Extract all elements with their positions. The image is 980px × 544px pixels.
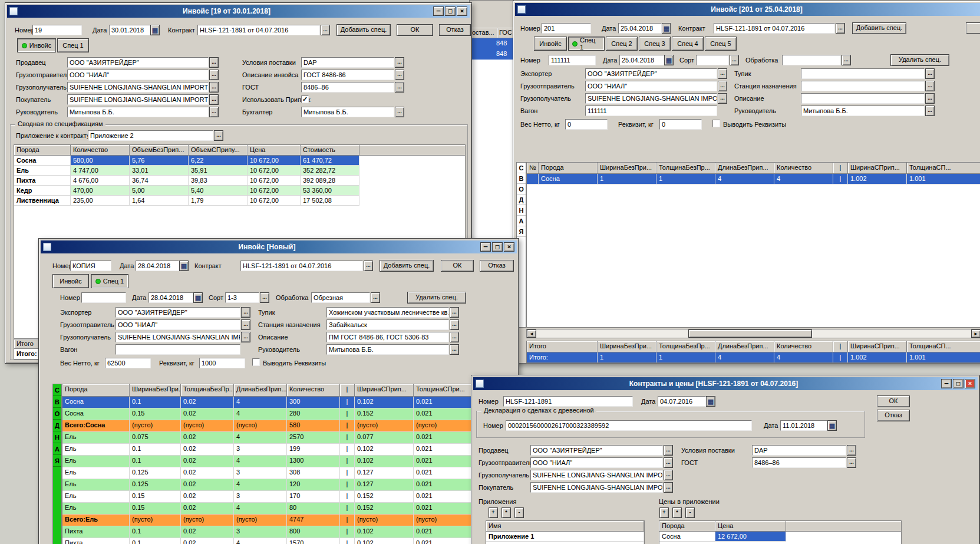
table-row[interactable]: Сосна12 672,00 <box>659 532 901 542</box>
column-header[interactable]: ШиринаСПрип... <box>848 163 907 173</box>
contract-input[interactable]: HLSF-121-1891 от 04.07.2016 <box>714 23 835 34</box>
processing-lookup-button[interactable]: ... <box>842 55 851 65</box>
column-header[interactable]: Порода <box>659 521 715 531</box>
gost-lookup-button[interactable]: ... <box>395 82 404 93</box>
invoice-desc-input[interactable]: ГОСТ 8486-86 <box>301 70 394 80</box>
column-header[interactable]: Имя <box>486 521 644 531</box>
column-header[interactable]: ШиринаБезПри... <box>598 341 656 352</box>
table-row[interactable]: Лиственница235,001,641,7910 672,0017 502… <box>14 196 465 206</box>
wagon-input[interactable]: 111111 <box>585 105 717 116</box>
ok-button[interactable]: ОК <box>877 395 910 407</box>
shipper-lookup-button[interactable]: ... <box>209 70 219 80</box>
table-row[interactable]: Ель0.1250.023308|0.1270.021 <box>62 467 498 479</box>
table-row[interactable]: Пихта0.10.0241570|0.1020.021 <box>62 538 498 544</box>
fragment-row[interactable]: 848 <box>470 49 513 60</box>
fragment-row[interactable]: 848 <box>470 38 513 49</box>
column-header[interactable]: ОбъемБезПрип... <box>130 145 189 155</box>
manager-lookup-button[interactable]: ... <box>209 107 219 117</box>
minimize-button[interactable]: – <box>480 242 491 252</box>
column-header[interactable]: | <box>833 341 848 352</box>
cancel-button[interactable]: Отказ <box>439 24 471 36</box>
manager-lookup-button[interactable]: ... <box>450 344 459 355</box>
gost-lookup-button[interactable]: ... <box>847 457 856 468</box>
calendar-button[interactable]: ▦ <box>150 25 160 35</box>
nomer-input[interactable]: КОПИЯ <box>70 261 111 271</box>
contract-input[interactable]: HLSF-121-1891 от 04.07.2016 <box>240 261 363 271</box>
gost-input[interactable]: 8486–86 <box>301 82 394 93</box>
table-row[interactable]: Кедр470,005,005,4010 672,0053 360,00 <box>14 186 465 196</box>
consignee-input[interactable]: SUIFENHE LONGJIANG-SHANGLIAN IMPORT <box>116 332 240 342</box>
shipper-input[interactable]: ООО "НИАЛ" <box>67 70 209 80</box>
close-button[interactable]: × <box>965 379 975 388</box>
show-requisites-checkbox[interactable] <box>252 358 260 366</box>
close-button[interactable]: × <box>504 242 514 252</box>
tab-spec-3[interactable]: Спец 3 <box>639 37 671 51</box>
delivery-terms-lookup-button[interactable]: ... <box>395 57 404 68</box>
seller-lookup-button[interactable]: ... <box>664 445 673 456</box>
declaration-date-input[interactable]: 11.01.2018 <box>780 420 827 431</box>
manager-lookup-button[interactable]: ... <box>925 105 935 116</box>
column-header[interactable]: ШиринаБезПри... <box>130 384 181 396</box>
destination-station-lookup-button[interactable]: ... <box>450 319 459 330</box>
date-input[interactable]: 28.04.2018 <box>136 261 179 271</box>
sort-lookup-button[interactable]: ... <box>260 292 269 303</box>
column-header[interactable]: Порода <box>62 384 130 396</box>
exporter-input[interactable]: ООО "АЗИЯТРЕЙДЕР" <box>116 307 240 318</box>
delete-spec-button[interactable]: Удалить спец. <box>407 292 466 304</box>
net-weight-input[interactable]: 62500 <box>105 358 151 368</box>
description-input[interactable] <box>801 93 925 104</box>
maximize-button[interactable]: □ <box>492 242 503 252</box>
contract-lookup-button[interactable]: ... <box>321 25 330 35</box>
scrollbar-track[interactable] <box>536 329 971 338</box>
exporter-lookup-button[interactable]: ... <box>241 307 250 318</box>
consignee-input[interactable]: SUIFENHE LONGJIANG-SHANGLIAN IMPORT <box>585 93 717 104</box>
title-bar[interactable]: Инвойс [19 от 30.01.2018] – □ × <box>7 5 470 18</box>
column-header[interactable]: ШиринаСПрип... <box>848 341 907 352</box>
table-row[interactable]: Ель0.10.023199|0.1020.021 <box>62 444 498 456</box>
column-header[interactable]: ШиринаБезПри... <box>598 163 656 173</box>
contract-lookup-button[interactable]: ... <box>364 261 373 271</box>
column-header[interactable]: ОбъемСПрипу... <box>189 145 248 155</box>
title-bar[interactable]: Инвойс [201 от 25.04.2018] <box>515 3 980 16</box>
tab-invoice[interactable]: Инвойс <box>52 274 89 288</box>
table-row[interactable]: Приложение 2 <box>486 542 644 544</box>
column-header[interactable]: | <box>833 163 848 173</box>
contract-annex-input[interactable]: Приложение 2 <box>88 130 213 141</box>
column-header[interactable]: Цена <box>715 521 786 531</box>
manager-input[interactable]: Митыпова Б.Б. <box>67 107 209 117</box>
calendar-button[interactable]: ▦ <box>179 261 189 271</box>
contract-annex-lookup-button[interactable]: ... <box>214 130 223 141</box>
partial-button[interactable] <box>966 22 980 34</box>
table-row[interactable]: Ель0.150.023170|0.1520.021 <box>62 491 498 503</box>
description-lookup-button[interactable]: ... <box>450 332 459 342</box>
requisite-input[interactable]: 0 <box>659 119 702 130</box>
delivery-terms-input[interactable]: DAP <box>752 445 846 456</box>
spec-nomer-input[interactable] <box>81 292 126 303</box>
column-header[interactable]: Порода <box>14 145 71 155</box>
seller-input[interactable]: ООО "АЗИЯТРЕЙДЕР" <box>530 445 663 456</box>
cancel-button[interactable]: Отказ <box>877 410 910 421</box>
seller-input[interactable]: ООО "АЗИЯТРЕЙДЕР" <box>67 57 209 68</box>
exporter-input[interactable]: ООО "АЗИЯТРЕЙДЕР" <box>585 68 717 79</box>
maximize-button[interactable]: □ <box>445 6 456 16</box>
nomer-input[interactable]: HLSF-121-1891 <box>503 396 633 407</box>
spec-date-input[interactable]: 25.04.2018 <box>619 55 664 65</box>
delivery-terms-input[interactable]: DAP <box>301 57 394 68</box>
add-spec-button[interactable]: Добавить спец. <box>380 260 434 272</box>
sort-lookup-button[interactable]: ... <box>730 55 739 65</box>
tab-invoice[interactable]: Инвойс <box>534 37 567 51</box>
sort-input[interactable]: 1-3 <box>225 292 259 303</box>
consignee-lookup-button[interactable]: ... <box>209 82 219 93</box>
column-header[interactable]: ДлинаБезПрип... <box>234 384 287 396</box>
title-bar[interactable]: Контракты и цены [HLSF-121-1891 от 04.07… <box>473 377 978 390</box>
spec-nomer-input[interactable]: 111111 <box>549 55 596 65</box>
calendar-button[interactable]: ▦ <box>664 55 674 65</box>
shipper-lookup-button[interactable]: ... <box>664 457 673 468</box>
nomer-input[interactable]: 201 <box>542 23 591 34</box>
annex-edit-button[interactable]: * <box>501 507 511 518</box>
shipper-input[interactable]: ООО "НИАЛ" <box>585 81 717 91</box>
scroll-right-button[interactable]: ► <box>971 329 980 338</box>
shipper-input[interactable]: ООО "НИАЛ" <box>530 457 663 468</box>
tab-spec-5[interactable]: Спец 5 <box>705 37 737 51</box>
destination-station-input[interactable] <box>801 81 925 91</box>
